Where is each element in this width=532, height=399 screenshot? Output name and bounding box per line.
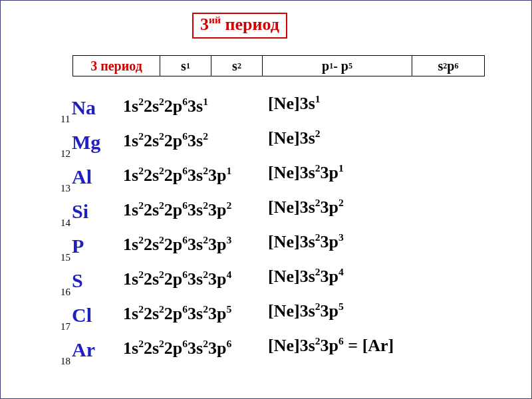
element-row: 11Na1s22s22p63s1[Ne]3s1 — [61, 92, 498, 127]
header-cell-s2: s2 — [211, 56, 263, 76]
full-configuration: 1s22s22p63s2 — [122, 131, 209, 151]
slide: 3ий период 3 период s1 s2 p1 - p5 s2p6 1… — [0, 0, 532, 399]
short-configuration: [Ne]3s23p2 — [265, 198, 346, 217]
element-row: 14Si1s22s22p63s23p2[Ne]3s23p2 — [61, 196, 498, 231]
element-label: 17Cl — [61, 304, 108, 327]
atomic-number: 11 — [61, 114, 70, 124]
atomic-number: 17 — [61, 321, 70, 332]
atomic-number: 12 — [61, 148, 70, 159]
full-configuration: 1s22s22p63s1 — [122, 96, 209, 116]
header-cell-s1: s1 — [160, 56, 211, 76]
short-configuration: [Ne]3s1 — [265, 94, 323, 114]
element-symbol: Si — [72, 200, 88, 222]
header-period-label: 3 период — [73, 56, 160, 76]
element-label: 18Ar — [61, 338, 108, 362]
element-label: 12Mg — [61, 131, 108, 154]
atomic-number: 14 — [61, 217, 70, 228]
element-label: 11Na — [61, 96, 108, 120]
page-title: 3ий период — [192, 13, 287, 39]
element-symbol: P — [72, 235, 84, 257]
atomic-number: 15 — [61, 252, 70, 263]
full-configuration: 1s22s22p63s23p4 — [122, 269, 233, 289]
title-base: 3 — [200, 15, 209, 34]
element-symbol: Al — [72, 166, 92, 188]
title-superscript: ий — [209, 14, 221, 25]
atomic-number: 13 — [61, 183, 70, 194]
header-cell-s2p6: s2p6 — [412, 56, 484, 76]
short-configuration: [Ne]3s23p1 — [265, 163, 346, 183]
element-row: 18Ar1s22s22p63s23p6[Ne]3s23p6 = [Ar] — [61, 334, 498, 369]
short-configuration: [Ne]3s23p4 — [265, 267, 346, 287]
short-configuration: [Ne]3s23p5 — [265, 301, 346, 321]
title-rest: период — [221, 15, 279, 34]
full-configuration: 1s22s22p63s23p2 — [122, 200, 233, 220]
full-configuration: 1s22s22p63s23p5 — [122, 304, 233, 324]
short-configuration: [Ne]3s23p3 — [265, 232, 346, 252]
element-symbol: Cl — [72, 304, 92, 326]
header-cell-p1-p5: p1 - p5 — [263, 56, 412, 76]
element-row: 15P1s22s22p63s23p3[Ne]3s23p3 — [61, 231, 498, 265]
short-configuration: [Ne]3s23p6 = [Ar] — [265, 336, 396, 356]
element-symbol: Na — [71, 96, 96, 118]
element-row: 16S1s22s22p63s23p4[Ne]3s23p4 — [61, 265, 498, 300]
element-rows: 11Na1s22s22p63s1[Ne]3s112Mg1s22s22p63s2[… — [61, 92, 498, 386]
full-configuration: 1s22s22p63s23p6 — [122, 338, 233, 358]
period-header-row: 3 период s1 s2 p1 - p5 s2p6 — [72, 55, 485, 76]
element-symbol: Mg — [72, 131, 100, 153]
atomic-number: 18 — [61, 356, 70, 366]
element-label: 13Al — [61, 166, 108, 189]
element-label: 14Si — [61, 200, 108, 223]
element-label: 16S — [61, 269, 108, 293]
element-symbol: S — [72, 269, 83, 291]
full-configuration: 1s22s22p63s23p1 — [122, 166, 233, 186]
element-symbol: Ar — [72, 338, 95, 360]
short-configuration: [Ne]3s2 — [265, 128, 323, 148]
atomic-number: 16 — [61, 287, 70, 297]
element-row: 13Al1s22s22p63s23p1[Ne]3s23p1 — [61, 162, 498, 196]
element-label: 15P — [61, 235, 108, 258]
element-row: 12Mg1s22s22p63s2[Ne]3s2 — [61, 127, 498, 162]
full-configuration: 1s22s22p63s23p3 — [122, 235, 233, 255]
element-row: 17Cl1s22s22p63s23p5[Ne]3s23p5 — [61, 300, 498, 334]
